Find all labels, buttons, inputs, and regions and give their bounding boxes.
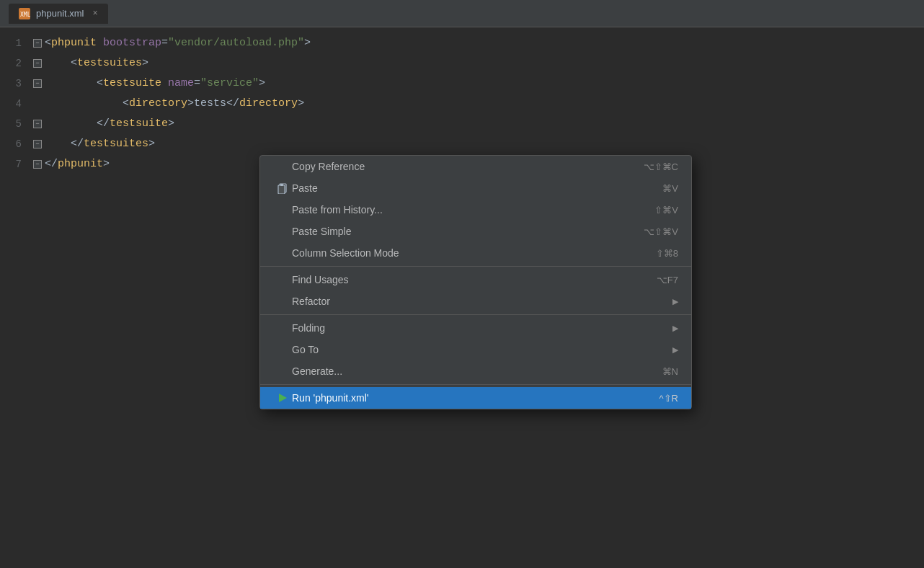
line-number-4: 4 <box>0 94 30 114</box>
menu-item-paste-simple-shortcut: ⌥⇧⌘V <box>644 226 678 237</box>
menu-item-folding-label: Folding <box>292 322 667 334</box>
menu-item-generate-label: Generate... <box>292 365 662 377</box>
menu-item-paste-simple[interactable]: Paste Simple ⌥⇧⌘V <box>260 221 691 242</box>
menu-item-goto-label: Go To <box>292 344 667 355</box>
fold-icon-2[interactable]: − <box>33 59 42 68</box>
xml-file-icon: XML <box>19 8 30 19</box>
line-content-4: <directory>tests</directory> <box>45 94 924 114</box>
fold-icon-6[interactable]: − <box>33 140 42 148</box>
menu-item-generate-shortcut: ⌘N <box>662 366 678 377</box>
menu-item-find-usages-label: Find Usages <box>292 274 657 285</box>
menu-item-column-selection-shortcut: ⇧⌘8 <box>656 248 678 259</box>
menu-item-copy-reference-label: Copy Reference <box>292 161 644 172</box>
menu-item-run[interactable]: Run 'phpunit.xml' ^⇧R <box>260 387 691 409</box>
menu-item-generate[interactable]: Generate... ⌘N <box>260 360 691 382</box>
menu-item-folding[interactable]: Folding ▶ <box>260 317 691 339</box>
menu-item-paste-history[interactable]: Paste from History... ⇧⌘V <box>260 199 691 221</box>
refactor-submenu-arrow: ▶ <box>672 297 678 306</box>
svg-marker-5 <box>279 394 287 402</box>
menu-item-column-selection-label: Column Selection Mode <box>292 247 656 259</box>
line-content-5: </testsuite> <box>45 114 924 134</box>
tab-title: phpunit.xml <box>36 8 84 19</box>
paste-icon <box>273 182 292 194</box>
folding-submenu-arrow: ▶ <box>672 324 678 333</box>
editor-line-6: 6 − </testsuites> <box>0 134 924 154</box>
menu-item-paste-simple-label: Paste Simple <box>292 226 644 237</box>
menu-item-paste-history-label: Paste from History... <box>292 204 654 216</box>
menu-item-paste-shortcut: ⌘V <box>662 183 678 194</box>
separator-1 <box>260 266 691 267</box>
separator-3 <box>260 384 691 385</box>
menu-item-column-selection[interactable]: Column Selection Mode ⇧⌘8 <box>260 242 691 264</box>
line-content-3: <testsuite name="service"> <box>45 74 924 94</box>
tab-close-button[interactable]: × <box>92 9 97 19</box>
line-number-7: 7 <box>0 154 30 174</box>
file-tab[interactable]: XML phpunit.xml × <box>9 4 108 24</box>
menu-item-run-shortcut: ^⇧R <box>659 393 679 404</box>
fold-icon-7[interactable]: − <box>33 160 42 169</box>
editor-line-2: 2 − <testsuites> <box>0 53 924 74</box>
menu-item-goto[interactable]: Go To ▶ <box>260 339 691 360</box>
fold-gutter-5[interactable]: − <box>30 120 45 128</box>
menu-item-find-usages[interactable]: Find Usages ⌥F7 <box>260 269 691 290</box>
play-svg-icon <box>277 393 288 403</box>
run-play-icon <box>273 393 292 403</box>
fold-icon-3[interactable]: − <box>33 79 42 88</box>
line-number-3: 3 <box>0 74 30 94</box>
line-content-1: <phpunit bootstrap="vendor/autoload.php"… <box>45 33 924 53</box>
fold-icon-5[interactable]: − <box>33 120 42 128</box>
menu-item-paste[interactable]: Paste ⌘V <box>260 177 691 199</box>
svg-rect-3 <box>278 185 285 194</box>
line-content-6: </testsuites> <box>45 134 924 154</box>
menu-item-copy-reference[interactable]: Copy Reference ⌥⇧⌘C <box>260 156 691 177</box>
goto-submenu-arrow: ▶ <box>672 345 678 355</box>
paste-svg-icon <box>277 182 288 194</box>
editor-line-4: 4 <directory>tests</directory> <box>0 94 924 114</box>
separator-2 <box>260 314 691 315</box>
svg-rect-4 <box>280 184 283 186</box>
menu-item-refactor[interactable]: Refactor ▶ <box>260 290 691 312</box>
fold-gutter-1[interactable]: − <box>30 39 45 48</box>
fold-gutter-2[interactable]: − <box>30 59 45 68</box>
menu-item-paste-history-shortcut: ⇧⌘V <box>654 205 678 216</box>
fold-gutter-6[interactable]: − <box>30 140 45 148</box>
fold-gutter-7[interactable]: − <box>30 160 45 169</box>
editor-line-3: 3 − <testsuite name="service"> <box>0 74 924 94</box>
menu-item-copy-reference-shortcut: ⌥⇧⌘C <box>644 161 678 172</box>
line-content-2: <testsuites> <box>45 53 924 74</box>
fold-icon-1[interactable]: − <box>33 39 42 48</box>
menu-item-refactor-label: Refactor <box>292 296 667 307</box>
editor-line-1: 1 − <phpunit bootstrap="vendor/autoload.… <box>0 33 924 53</box>
menu-item-run-label: Run 'phpunit.xml' <box>292 392 659 404</box>
editor-line-5: 5 − </testsuite> <box>0 114 924 134</box>
menu-item-find-usages-shortcut: ⌥F7 <box>657 275 678 285</box>
line-number-5: 5 <box>0 114 30 134</box>
svg-text:XML: XML <box>20 12 30 18</box>
line-number-6: 6 <box>0 134 30 154</box>
menu-item-paste-label: Paste <box>292 182 662 194</box>
context-menu: Copy Reference ⌥⇧⌘C Paste ⌘V Paste from … <box>259 155 692 409</box>
line-number-2: 2 <box>0 53 30 74</box>
fold-gutter-3[interactable]: − <box>30 79 45 88</box>
title-bar: XML phpunit.xml × <box>0 0 924 27</box>
line-number-1: 1 <box>0 33 30 53</box>
